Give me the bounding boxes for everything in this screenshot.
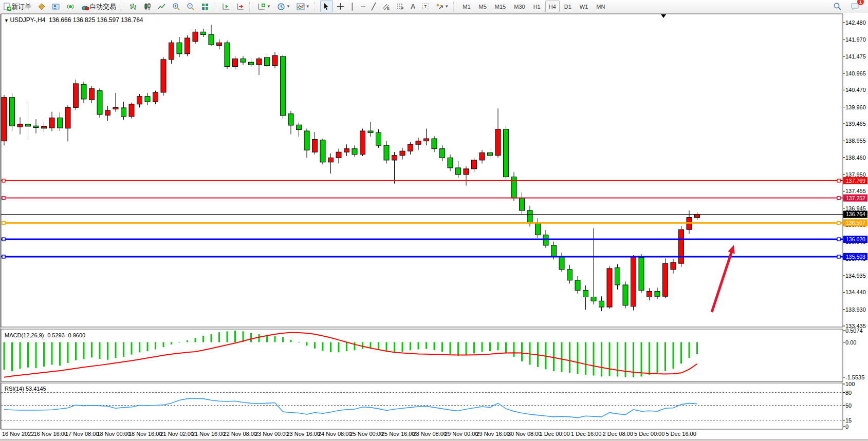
crosshair-tool-button[interactable] (334, 1, 347, 12)
templates-icon (297, 3, 305, 11)
indicators-button[interactable]: ▼ (255, 1, 273, 12)
candle (249, 62, 254, 65)
line-anchor-handle[interactable] (837, 238, 840, 241)
zoom-in-button[interactable] (170, 1, 183, 12)
candle (233, 59, 238, 67)
chart-shift-button[interactable] (219, 1, 233, 12)
tile-windows-button[interactable] (198, 1, 212, 12)
candle (599, 301, 604, 307)
candle (153, 92, 158, 102)
toolbar-separator (453, 2, 457, 11)
candle (81, 84, 86, 99)
candle (129, 104, 134, 117)
candle (567, 270, 572, 280)
trendline-tool-button[interactable]: ╱ (369, 1, 378, 12)
market-button[interactable] (35, 1, 48, 12)
signals-button[interactable] (64, 1, 77, 12)
candle (201, 32, 206, 34)
auto-trading-label: 自动交易 (89, 2, 116, 11)
candle (304, 131, 309, 150)
auto-trading-button[interactable]: 自动交易 (78, 1, 119, 12)
auto-scroll-icon (236, 3, 245, 11)
rsi-indicator-label: RSI(14) 53.4145 (5, 386, 46, 392)
chart-shift-marker-icon[interactable] (661, 14, 666, 18)
candlestick-chart-button[interactable] (141, 1, 154, 12)
line-anchor-handle[interactable] (837, 221, 840, 224)
timeframe-group: M1M5M15M30H1H4D1W1MN (458, 1, 609, 12)
candle (26, 124, 31, 126)
candle (10, 98, 15, 126)
candle (121, 108, 126, 117)
bar-chart-button[interactable] (126, 1, 140, 12)
notifications-button[interactable]: 1 (848, 1, 862, 12)
templates-button[interactable]: ▼ (294, 1, 312, 12)
periods-button[interactable]: ▼ (274, 1, 293, 12)
candle (105, 110, 110, 115)
zoom-out-button[interactable] (184, 1, 197, 12)
candle (424, 139, 429, 141)
label-tool-button[interactable]: T (419, 1, 432, 12)
candle (511, 177, 516, 198)
line-anchor-handle[interactable] (2, 221, 5, 224)
candle (256, 59, 262, 65)
timeframe-M1[interactable]: M1 (459, 1, 474, 12)
candle (448, 158, 453, 168)
profile-button[interactable] (49, 1, 63, 12)
timeframe-W1[interactable]: W1 (576, 1, 592, 12)
timeframe-MN[interactable]: MN (593, 1, 608, 12)
arrows-tool-button[interactable]: ▼ (433, 1, 451, 12)
line-anchor-handle[interactable] (837, 197, 840, 200)
timeframe-M15[interactable]: M15 (491, 1, 509, 12)
search-button[interactable] (830, 1, 844, 12)
price-axis[interactable] (843, 14, 868, 430)
toolbar-separator (214, 2, 217, 11)
candle (33, 126, 39, 127)
chart-canvas[interactable]: 142.480141.970141.475140.965140.470139.9… (0, 13, 868, 441)
text-label-icon: T (421, 3, 430, 10)
candle (145, 97, 150, 102)
timeframe-H4[interactable]: H4 (545, 1, 560, 12)
bar-chart-icon (129, 3, 137, 11)
candle (281, 56, 286, 116)
candle (42, 127, 47, 128)
candle (288, 114, 293, 125)
candle (312, 139, 318, 152)
candle (520, 198, 525, 210)
timeframe-H1[interactable]: H1 (530, 1, 544, 12)
text-tool-button[interactable]: A (408, 1, 418, 12)
line-chart-button[interactable] (155, 1, 169, 12)
symbol-dropdown-icon[interactable]: ▼ (4, 18, 10, 23)
line-anchor-handle[interactable] (2, 255, 5, 258)
market-icon (38, 3, 46, 11)
candle (392, 156, 397, 160)
chart-window: 142.480141.970141.475140.965140.470139.9… (0, 13, 868, 441)
candle (543, 235, 548, 245)
tile-windows-icon (201, 3, 209, 11)
auto-scroll-button[interactable] (234, 1, 247, 12)
candle (559, 257, 564, 270)
line-anchor-handle[interactable] (837, 255, 840, 258)
line-anchor-handle[interactable] (2, 238, 5, 241)
timeframe-M5[interactable]: M5 (475, 1, 490, 12)
candle (647, 291, 652, 297)
horizontal-line-tool-button[interactable]: ─ (358, 1, 368, 12)
main-toolbar: 新订单 自动交易 (0, 0, 868, 13)
candle (65, 107, 70, 128)
candle (161, 60, 166, 92)
line-anchor-handle[interactable] (837, 179, 840, 182)
vertical-line-tool-button[interactable]: │ (348, 1, 357, 12)
candle (73, 84, 79, 107)
cursor-tool-button[interactable] (320, 1, 333, 12)
timeframe-M30[interactable]: M30 (510, 1, 528, 12)
fibonacci-tool-button[interactable]: F (394, 1, 407, 12)
svg-text:T: T (424, 4, 427, 9)
candle (551, 245, 557, 257)
indicators-icon (257, 3, 266, 11)
chevron-down-icon: ▼ (445, 4, 449, 9)
channel-tool-button[interactable]: E (379, 1, 393, 12)
chart-shift-icon (222, 3, 230, 11)
line-anchor-handle[interactable] (2, 179, 5, 182)
line-anchor-handle[interactable] (2, 197, 5, 200)
timeframe-D1[interactable]: D1 (561, 1, 575, 12)
new-order-button[interactable]: 新订单 (1, 1, 34, 12)
